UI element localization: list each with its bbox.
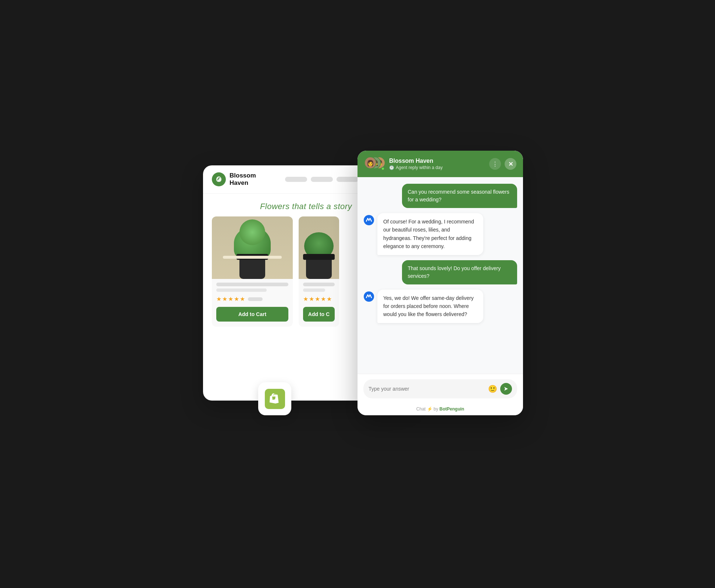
user-bubble-2: That sounds lovely! Do you offer deliver… (402, 260, 517, 284)
avatar-stack: 👩 👧 👦 (364, 157, 385, 171)
chat-widget: 👩 👧 👦 Blossom Haven 🕐 Agent reply within… (358, 151, 523, 415)
bot-message-1: Of course! For a wedding, I recommend ou… (363, 213, 483, 255)
lightning-icon: ⚡ (427, 406, 433, 412)
star-3: ★ (228, 295, 233, 302)
star2-1: ★ (303, 295, 308, 302)
star-1: ★ (216, 295, 221, 302)
product-stars-2: ★ ★ ★ ★ ★ (303, 295, 335, 302)
shopify-icon (265, 389, 285, 409)
chat-header: 👩 👧 👦 Blossom Haven 🕐 Agent reply within… (358, 151, 523, 177)
star2-2: ★ (309, 295, 314, 302)
chat-messages: Can you recommend some seasonal flowers … (358, 177, 523, 374)
star-4: ★ (234, 295, 239, 302)
bot-message-2: Yes, we do! We offer same-day delivery f… (363, 290, 483, 323)
avatar-1: 👩 (364, 157, 377, 169)
star2-4: ★ (321, 295, 326, 302)
add-to-cart-button-1[interactable]: Add to Cart (216, 307, 288, 322)
star-2: ★ (222, 295, 227, 302)
chat-header-actions: ⋮ ✕ (489, 158, 516, 170)
bot-avatar-2 (363, 291, 374, 302)
chat-footer: Chat ⚡ by BotPenguin (358, 404, 523, 415)
product-image-1 (212, 216, 293, 279)
chat-store-name: Blossom Haven (389, 158, 485, 164)
product-image-2 (299, 216, 339, 279)
product-info-1: ★ ★ ★ ★ ★ Add to Cart (212, 279, 293, 327)
product-subtitle-bar-2 (303, 288, 325, 292)
bot-bubble-1: Of course! For a wedding, I recommend ou… (377, 213, 483, 255)
chat-close-button[interactable]: ✕ (505, 158, 516, 170)
store-name-label: Blossom Haven (230, 172, 267, 187)
product-card-2: ★ ★ ★ ★ ★ Add to C (299, 216, 339, 327)
table-surface (223, 256, 282, 259)
chat-input-area: 🙂 (358, 374, 523, 404)
chat-status: 🕐 Agent reply within a day (389, 165, 485, 170)
store-logo (212, 172, 226, 186)
user-bubble-1: Can you recommend some seasonal flowers … (402, 184, 517, 208)
product-subtitle-bar-1 (216, 288, 267, 292)
status-clock-icon: 🕐 (389, 165, 394, 170)
brand-name: BotPenguin (440, 406, 464, 412)
chat-header-info: Blossom Haven 🕐 Agent reply within a day (389, 158, 485, 170)
shopify-badge (258, 382, 291, 415)
emoji-icon[interactable]: 🙂 (488, 384, 497, 393)
send-button[interactable] (500, 383, 512, 395)
product-stars-1: ★ ★ ★ ★ ★ (216, 295, 288, 302)
star-5: ★ (240, 295, 245, 302)
nav-pill-3 (337, 177, 359, 182)
star2-5: ★ (327, 295, 332, 302)
scene: Blossom Haven 🛒 🔍 👤 Flowers that tells a… (192, 151, 523, 437)
chat-input-row[interactable]: 🙂 (363, 379, 517, 398)
user-message-1: Can you recommend some seasonal flowers … (402, 184, 517, 208)
chat-text-input[interactable] (369, 386, 485, 392)
online-indicator (381, 167, 385, 171)
add-to-cart-button-2[interactable]: Add to C (303, 307, 335, 322)
product-title-bar-1 (216, 283, 288, 286)
product-info-2: ★ ★ ★ ★ ★ Add to C (299, 279, 339, 327)
plant-pot-2 (306, 257, 332, 279)
chat-options-button[interactable]: ⋮ (489, 158, 501, 170)
bot-avatar-1 (363, 215, 374, 226)
user-message-2: That sounds lovely! Do you offer deliver… (402, 260, 517, 284)
product-card-1: ★ ★ ★ ★ ★ Add to Cart (212, 216, 293, 327)
rating-bar-1 (248, 297, 263, 301)
plant-pot-1 (239, 257, 265, 279)
product-title-bar-2 (303, 283, 335, 286)
bot-bubble-2: Yes, we do! We offer same-day delivery f… (377, 290, 483, 323)
nav-pill-2 (311, 177, 333, 182)
nav-pills (285, 177, 359, 182)
star2-3: ★ (315, 295, 320, 302)
nav-pill-1 (285, 177, 307, 182)
